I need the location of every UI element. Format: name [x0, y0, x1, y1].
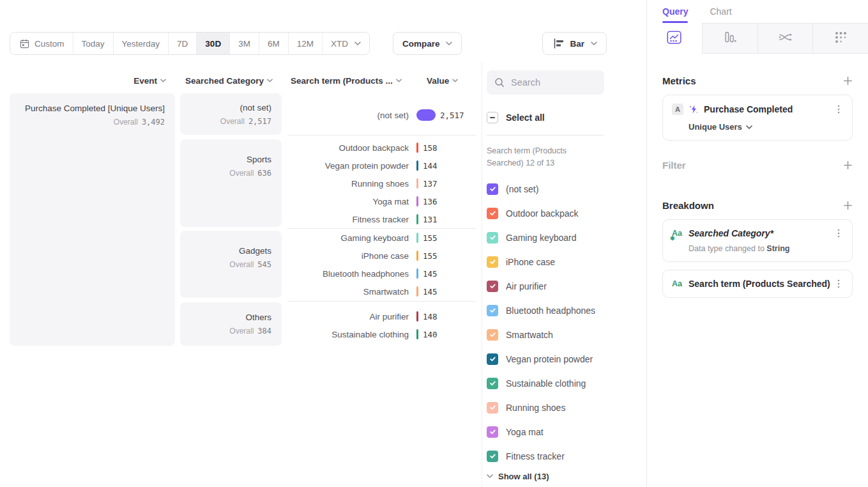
column-header-event[interactable]: Event	[10, 74, 166, 87]
term-value: 155	[423, 233, 438, 243]
term-value: 148	[423, 312, 438, 321]
chevron-down-icon	[446, 42, 452, 45]
category-cell[interactable]: (not set)Overall2,517	[180, 93, 282, 135]
legend-item-label: Gaming keyboard	[506, 233, 577, 243]
term-row[interactable]: Yoga mat136	[287, 192, 476, 210]
category-cell[interactable]: GadgetsOverall545	[180, 231, 282, 298]
date-range-today[interactable]: Today	[73, 33, 113, 54]
legend-item[interactable]: iPhone case	[487, 250, 640, 274]
checkbox-checked-icon[interactable]	[487, 426, 498, 438]
group-separator	[287, 135, 476, 135]
term-row[interactable]: Sustainable clothing140	[287, 325, 476, 343]
term-row[interactable]: Air purifier148	[287, 307, 476, 325]
term-row[interactable]: (not set)2,517	[287, 106, 476, 124]
term-row[interactable]: Outdoor backpack158	[287, 139, 476, 157]
legend-item[interactable]: Yoga mat	[487, 420, 640, 444]
date-range-3m[interactable]: 3M	[229, 33, 259, 54]
query-panel-tabs: Query Chart	[647, 0, 868, 23]
legend-item[interactable]: (not set)	[487, 177, 640, 201]
show-all-button[interactable]: Show all (13)	[487, 472, 640, 481]
legend-item[interactable]: Vegan protein powder	[487, 347, 640, 371]
legend-item[interactable]: Outdoor backpack	[487, 201, 640, 226]
checkbox-checked-icon[interactable]	[487, 353, 498, 365]
search-input[interactable]	[511, 77, 597, 88]
legend-item-label: Smartwatch	[506, 330, 553, 340]
checkbox-checked-icon[interactable]	[487, 183, 498, 195]
measurement-dropdown[interactable]: Unique Users	[672, 122, 843, 132]
add-filter-button[interactable]	[843, 160, 853, 170]
category-overall: Overall636	[229, 169, 271, 178]
date-range-12m[interactable]: 12M	[288, 33, 322, 54]
checkbox-indeterminate-icon[interactable]	[487, 112, 498, 123]
value-bar	[416, 329, 418, 339]
legend-search[interactable]	[487, 70, 604, 95]
legend-item[interactable]: Gaming keyboard	[487, 226, 640, 250]
term-row[interactable]: Bluetooth headphones145	[287, 265, 476, 282]
report-type-retention[interactable]	[812, 23, 868, 54]
breakdown-options-kebab-icon[interactable]	[834, 228, 843, 238]
term-row[interactable]: Fitness tracker131	[287, 210, 476, 228]
term-row[interactable]: Smartwatch145	[287, 282, 476, 300]
report-type-insights[interactable]	[647, 23, 702, 54]
legend-item[interactable]: Smartwatch	[487, 323, 640, 347]
value-bar	[416, 233, 418, 243]
add-breakdown-button[interactable]	[843, 201, 853, 210]
value-bar	[416, 160, 418, 171]
chevron-down-icon	[452, 79, 458, 82]
checkbox-checked-icon[interactable]	[487, 329, 498, 341]
checkbox-checked-icon[interactable]	[487, 208, 498, 219]
calendar-icon	[20, 39, 29, 49]
term-row[interactable]: Gaming keyboard155	[287, 229, 476, 247]
column-header-value[interactable]: Value	[427, 74, 458, 87]
legend-item[interactable]: Sustainable clothing	[487, 371, 640, 396]
term-label: Bluetooth headphones	[287, 269, 409, 279]
event-cell[interactable]: Purchase Completed [Unique Users] Overal…	[10, 93, 175, 346]
checkbox-checked-icon[interactable]	[487, 451, 498, 462]
metric-card[interactable]: A Purchase Completed Unique Users	[662, 95, 853, 141]
term-row[interactable]: Running shoes137	[287, 174, 476, 192]
legend-item[interactable]: Running shoes	[487, 396, 640, 420]
breakdown-card-search-term[interactable]: Aa Search term (Products Searched)	[662, 270, 853, 298]
chevron-down-icon	[396, 79, 402, 82]
date-range-30d[interactable]: 30D	[196, 33, 229, 54]
select-all-checkbox[interactable]: Select all	[487, 112, 640, 123]
checkbox-checked-icon[interactable]	[487, 281, 498, 292]
term-label: (not set)	[287, 111, 409, 120]
checkbox-checked-icon[interactable]	[487, 256, 498, 268]
chart-type-button[interactable]: Bar	[542, 32, 607, 55]
filter-header: Filter	[662, 160, 853, 171]
compare-button[interactable]: Compare	[393, 32, 462, 55]
date-range-7d[interactable]: 7D	[168, 33, 196, 54]
metric-options-kebab-icon[interactable]	[834, 104, 843, 114]
legend-item[interactable]: Fitness tracker	[487, 444, 640, 468]
column-header-searched-category[interactable]: Searched Category	[180, 74, 273, 87]
checkbox-checked-icon[interactable]	[487, 232, 498, 244]
breakdown-card-searched-category[interactable]: Aa✱ Searched Category* Data type changed…	[662, 219, 853, 262]
term-row[interactable]: iPhone case155	[287, 247, 476, 265]
add-metric-button[interactable]	[843, 76, 853, 86]
term-label: iPhone case	[287, 251, 409, 261]
date-range-yesterday[interactable]: Yesterday	[113, 33, 169, 54]
legend-panel: Select all Search term (Products Searche…	[487, 70, 640, 481]
breakdown-options-kebab-icon[interactable]	[834, 279, 843, 289]
value-bar	[416, 311, 418, 321]
date-range-xtd[interactable]: XTD	[322, 33, 369, 54]
report-type-flows[interactable]	[758, 23, 813, 54]
chevron-down-icon	[267, 79, 273, 82]
legend-item-label: Running shoes	[506, 403, 565, 413]
column-header-search-term[interactable]: Search term (Products ...	[291, 74, 402, 87]
legend-item[interactable]: Air purifier	[487, 274, 640, 298]
tab-query[interactable]: Query	[662, 6, 688, 17]
search-icon	[494, 77, 505, 88]
term-row[interactable]: Vegan protein powder144	[287, 157, 476, 174]
legend-item[interactable]: Bluetooth headphones	[487, 298, 640, 323]
category-cell[interactable]: OthersOverall384	[180, 302, 282, 346]
category-cell[interactable]: SportsOverall636	[180, 139, 282, 227]
date-range-custom[interactable]: Custom	[10, 33, 73, 54]
tab-chart[interactable]: Chart	[710, 6, 731, 17]
checkbox-checked-icon[interactable]	[487, 378, 498, 389]
date-range-6m[interactable]: 6M	[259, 33, 288, 54]
checkbox-checked-icon[interactable]	[487, 402, 498, 414]
checkbox-checked-icon[interactable]	[487, 305, 498, 316]
report-type-funnels[interactable]	[702, 23, 758, 54]
